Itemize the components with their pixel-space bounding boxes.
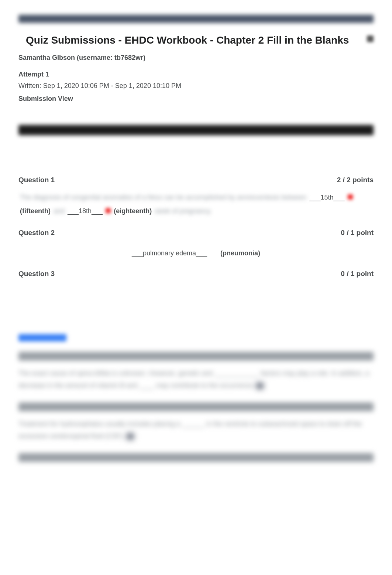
flag-icon — [127, 433, 134, 440]
blurred-paragraph-1: The exact cause of spina bifida is unkno… — [18, 367, 374, 391]
blurred-link[interactable] — [18, 334, 66, 341]
header-row: Quiz Submissions - EHDC Workbook - Chapt… — [18, 33, 374, 54]
question-2-body: ___pulmonary edema___ (pneumonia) — [18, 249, 374, 257]
gear-icon[interactable] — [367, 35, 374, 42]
incorrect-icon — [106, 208, 111, 213]
blurred-section-bar — [18, 125, 374, 135]
incorrect-icon — [348, 194, 353, 200]
blurred-separator — [18, 453, 374, 462]
blur-p1-text: The exact cause of spina bifida is unkno… — [18, 370, 369, 389]
attempt-label: Attempt 1 — [18, 71, 374, 78]
q2-answer-correct: (pneumonia) — [220, 249, 260, 257]
written-timestamp: Written: Sep 1, 2020 10:06 PM - Sep 1, 2… — [18, 82, 374, 90]
q1-blur-mid: and — [54, 206, 65, 217]
blurred-paragraph-2: Treatment for hydrocephalus usually incl… — [18, 418, 374, 442]
q1-blur-trail: week of pregnancy. — [155, 206, 212, 217]
q1-answer-1-given: ___15th___ — [309, 192, 344, 203]
question-1-title: Question 1 — [18, 176, 55, 184]
question-2-title: Question 2 — [18, 229, 55, 237]
blurred-separator — [18, 402, 374, 411]
flag-icon — [256, 382, 264, 389]
question-3-header: Question 3 0 / 1 point — [18, 270, 374, 278]
question-3-title: Question 3 — [18, 270, 55, 278]
q1-answer-2-given: ___18th___ — [68, 206, 103, 217]
q1-answer-2-correct: (eighteenth) — [114, 206, 152, 217]
submission-view-label: Submission View — [18, 95, 374, 103]
question-1-body: The diagnosis of congenital anomalies of… — [20, 192, 372, 217]
top-blurred-bar — [18, 15, 374, 23]
q2-answer-given: ___pulmonary edema___ — [132, 249, 207, 257]
question-1-points: 2 / 2 points — [337, 176, 374, 184]
question-2-header: Question 2 0 / 1 point — [18, 229, 374, 237]
page-title: Quiz Submissions - EHDC Workbook - Chapt… — [26, 33, 349, 47]
question-3-points: 0 / 1 point — [341, 270, 374, 278]
q1-answer-1-correct: (fifteenth) — [20, 206, 51, 217]
question-2-points: 0 / 1 point — [341, 229, 374, 237]
user-line: Samantha Gibson (username: tb7682wr) — [18, 54, 374, 62]
q3-body-hidden — [18, 286, 374, 330]
q1-blur-lead: The diagnosis of congenital anomalies of… — [20, 192, 306, 203]
question-1-header: Question 1 2 / 2 points — [18, 176, 374, 184]
blurred-separator — [18, 352, 374, 361]
blur-p2-text: Treatment for hydrocephalus usually incl… — [18, 420, 362, 439]
